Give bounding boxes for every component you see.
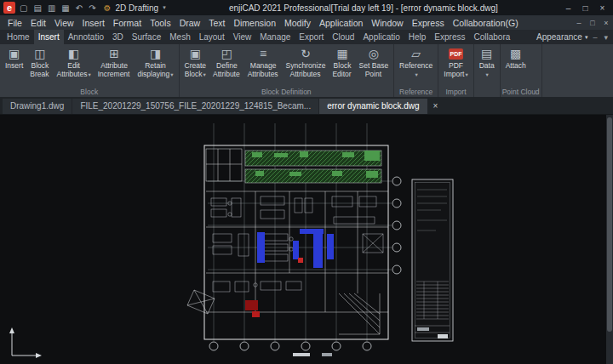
menu-edit[interactable]: Edit — [26, 17, 50, 29]
menu-format[interactable]: Format — [109, 17, 146, 29]
button-label: Attach — [506, 61, 526, 70]
group-label-point-cloud: Point Cloud — [502, 87, 540, 97]
button-label: Attribute — [100, 61, 128, 70]
button-label: Retain — [145, 61, 166, 70]
menu-insert[interactable]: Insert — [78, 17, 109, 29]
mdi-window-controls: – □ × — [572, 19, 613, 27]
tab-application[interactable]: Applicatio — [358, 30, 404, 44]
ribbon-button-block-break[interactable]: ◫ BlockBreak — [26, 45, 53, 79]
mdi-restore-button[interactable]: □ — [586, 19, 599, 27]
ribbon-button-edit-attributes[interactable]: ◧ EditAttributes▾ — [53, 45, 94, 79]
open-file-icon[interactable]: ▤ — [32, 3, 43, 13]
tab-3d[interactable]: 3D — [108, 30, 128, 44]
chevron-down-icon: ▾ — [163, 4, 166, 11]
tab-surface[interactable]: Surface — [128, 30, 165, 44]
menu-express[interactable]: Express — [408, 17, 449, 29]
application-window: { "titlebar": { "title": "enjiCAD 2021 P… — [0, 0, 613, 364]
ribbon-button-reference[interactable]: ▱ Reference▾ — [396, 45, 436, 79]
ribbon-options-button[interactable]: ▾ — [602, 33, 610, 42]
ribbon-button-retain-displaying[interactable]: ◨ Retaindisplaying▾ — [134, 45, 176, 79]
button-label: Data — [479, 61, 495, 70]
doc-tab-drawing1[interactable]: Drawing1.dwg — [3, 99, 72, 114]
tab-manage[interactable]: Manage — [255, 30, 295, 44]
tab-help[interactable]: Help — [404, 30, 431, 44]
menu-file[interactable]: File — [3, 17, 26, 29]
ribbon-group-block: ▣ Insert ◫ BlockBreak ◧ EditAttributes▾ … — [0, 44, 180, 97]
ribbon-group-import: PDF PDFImport▾ Import — [438, 44, 473, 97]
menu-draw[interactable]: Draw — [175, 17, 205, 29]
ribbon-button-set-base-point[interactable]: ◎ Set BasePoint — [356, 45, 392, 79]
set-base-point-icon: ◎ — [369, 46, 379, 61]
edit-attributes-icon: ◧ — [68, 46, 79, 61]
doc-tab-close-icon[interactable]: × — [428, 99, 444, 114]
ribbon-button-pdf-import[interactable]: PDF PDFImport▾ — [440, 45, 471, 79]
ribbon-minimize-button[interactable]: – — [591, 33, 599, 42]
mdi-minimize-button[interactable]: – — [572, 19, 586, 27]
tab-cloud[interactable]: Cloud — [328, 30, 358, 44]
button-label: Block — [185, 70, 203, 78]
block-break-icon: ◫ — [34, 46, 45, 61]
save-icon[interactable]: ▥ — [46, 3, 57, 13]
ribbon-button-manage-attributes[interactable]: ≡ ManageAttributes — [244, 45, 283, 79]
ribbon-button-create-block[interactable]: ▣ CreateBlock▾ — [181, 45, 210, 79]
menu-modify[interactable]: Modify — [280, 17, 315, 29]
dropdown-caret-icon — [320, 71, 321, 77]
plot-icon[interactable]: ▦ — [60, 3, 71, 13]
ribbon-button-attribute-increment[interactable]: ⊞ AttributeIncrement — [95, 45, 135, 79]
tab-export[interactable]: Export — [295, 30, 328, 44]
ribbon-button-define-attribute[interactable]: ◰ DefineAttribute — [209, 45, 244, 79]
menu-tools[interactable]: Tools — [146, 17, 175, 29]
group-label-block-definition: Block Definition — [181, 87, 392, 97]
workspace-selector[interactable]: 2D Drafting — [114, 3, 161, 13]
tab-express[interactable]: Express — [430, 30, 469, 44]
button-label: Insert — [5, 61, 23, 70]
menu-text[interactable]: Text — [204, 17, 229, 29]
data-icon: ▤ — [481, 46, 492, 61]
dropdown-caret-icon: ▾ — [415, 71, 418, 77]
group-label-data — [476, 87, 498, 97]
ribbon-button-block-editor[interactable]: ▦ BlockEditor — [329, 45, 355, 79]
button-label: Synchronize — [286, 61, 326, 70]
tab-insert[interactable]: Insert — [34, 30, 64, 44]
button-label: Manage — [250, 61, 277, 70]
create-block-icon: ▣ — [190, 46, 201, 61]
redo-icon[interactable]: ↷ — [87, 3, 97, 13]
close-button[interactable]: × — [595, 3, 610, 13]
drawing-canvas[interactable] — [0, 115, 613, 364]
tab-layout[interactable]: Layout — [195, 30, 229, 44]
menu-bar: File Edit View Insert Format Tools Draw … — [0, 15, 613, 30]
tab-mesh[interactable]: Mesh — [165, 30, 194, 44]
tab-collaborate[interactable]: Collabora — [469, 30, 514, 44]
button-label: Set Base — [359, 61, 389, 70]
maximize-button[interactable]: □ — [578, 3, 593, 13]
undo-icon[interactable]: ↶ — [74, 3, 84, 13]
tab-home[interactable]: Home — [3, 30, 34, 44]
menu-dimension[interactable]: Dimension — [229, 17, 280, 29]
doc-tab-file-20201229[interactable]: FILE_20201229_150756_FILE_20201229_12481… — [72, 99, 318, 114]
minimize-button[interactable]: – — [561, 3, 576, 13]
tab-view[interactable]: View — [229, 30, 256, 44]
new-file-icon[interactable]: ▢ — [18, 3, 29, 13]
button-label: Attributes — [248, 70, 278, 78]
ribbon-button-insert[interactable]: ▣ Insert — [2, 45, 26, 79]
ribbon-button-attach[interactable]: ▩ Attach — [502, 45, 530, 79]
mdi-close-button[interactable]: × — [599, 19, 613, 27]
ribbon-button-synchronize-attributes[interactable]: ↻ SynchronizeAttributes — [283, 45, 329, 79]
button-label: Define — [216, 61, 238, 70]
group-label-reference: Reference — [396, 87, 436, 97]
doc-tab-error-dynamic-block[interactable]: error dynamic block.dwg — [319, 99, 427, 114]
button-label: Block — [334, 61, 352, 70]
vertical-scrollbar[interactable] — [606, 115, 613, 364]
ucs-axis-icon — [7, 327, 44, 361]
menu-window[interactable]: Window — [367, 17, 407, 29]
ribbon-button-data[interactable]: ▤ Data▾ — [476, 45, 498, 79]
tab-annotation[interactable]: Annotatio — [64, 30, 108, 44]
manage-attributes-icon: ≡ — [260, 46, 266, 61]
button-label: displaying — [137, 70, 169, 78]
menu-view[interactable]: View — [50, 17, 78, 29]
menu-application[interactable]: Application — [315, 17, 367, 29]
appearance-dropdown[interactable]: Appearance ▾ — [536, 32, 587, 42]
menu-collaboration[interactable]: Collaboration(G) — [449, 17, 523, 29]
define-attribute-icon: ◰ — [221, 46, 232, 61]
scrollbar-thumb[interactable] — [607, 117, 612, 332]
